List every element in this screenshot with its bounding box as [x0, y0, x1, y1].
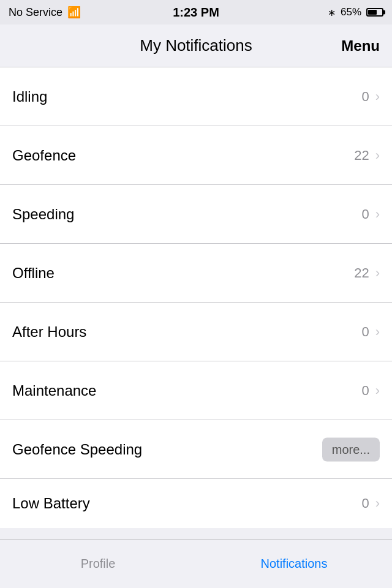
list-item[interactable]: After Hours 0 ›	[0, 303, 392, 361]
item-count: 22	[354, 265, 369, 281]
chevron-icon: ›	[375, 206, 380, 222]
item-label: Speeding	[12, 206, 74, 223]
item-count: 0	[361, 206, 369, 222]
tab-profile-label: Profile	[81, 557, 116, 571]
item-count: 0	[361, 89, 369, 105]
item-label: Maintenance	[12, 382, 96, 399]
tab-notifications[interactable]: Notifications	[196, 557, 392, 571]
item-count: 0	[361, 383, 369, 399]
menu-button[interactable]: Menu	[331, 37, 380, 55]
item-count: 0	[361, 496, 369, 511]
status-left: No Service 📶	[9, 6, 81, 19]
tab-profile[interactable]: Profile	[0, 557, 196, 571]
status-bar: No Service 📶 1:23 PM ∗ 65%	[0, 0, 392, 24]
item-label: Low Battery	[12, 495, 90, 512]
item-right: 0 ›	[361, 89, 380, 105]
item-label: Geofence	[12, 147, 76, 164]
list-item[interactable]: Geofence Speeding 0 › more...	[0, 420, 392, 479]
notifications-list: Idling 0 › Geofence 22 › Speeding 0 › Of…	[0, 67, 392, 528]
list-item[interactable]: Geofence 22 ›	[0, 126, 392, 185]
item-right: 0 ›	[361, 383, 380, 399]
item-right: 0 ›	[361, 324, 380, 340]
page-title: My Notifications	[61, 36, 331, 55]
item-right: 22 ›	[354, 148, 380, 164]
tab-notifications-label: Notifications	[261, 557, 328, 571]
chevron-icon: ›	[375, 148, 380, 164]
status-time: 1:23 PM	[173, 6, 219, 20]
list-item[interactable]: Maintenance 0 ›	[0, 361, 392, 420]
item-count: 0	[361, 324, 369, 340]
tab-bar: Profile Notifications	[0, 539, 392, 588]
chevron-icon: ›	[375, 383, 380, 399]
bluetooth-icon: ∗	[328, 7, 336, 18]
chevron-icon: ›	[375, 496, 380, 511]
carrier-label: No Service	[9, 6, 62, 19]
list-item[interactable]: Low Battery 0 ›	[0, 479, 392, 528]
chevron-icon: ›	[375, 265, 380, 281]
chevron-icon: ›	[375, 89, 380, 105]
list-item[interactable]: Offline 22 ›	[0, 244, 392, 303]
chevron-icon: ›	[375, 324, 380, 340]
list-item[interactable]: Idling 0 ›	[0, 67, 392, 126]
battery-icon	[366, 8, 383, 17]
list-item[interactable]: Speeding 0 ›	[0, 185, 392, 244]
item-label: Geofence Speeding	[12, 441, 142, 458]
battery-percent: 65%	[341, 6, 361, 18]
item-label: Idling	[12, 88, 47, 105]
status-right: ∗ 65%	[328, 6, 383, 18]
nav-bar: My Notifications Menu	[0, 24, 392, 67]
item-count: 22	[354, 148, 369, 164]
item-right: 0 ›	[361, 206, 380, 222]
item-right: 22 ›	[354, 265, 380, 281]
item-label: After Hours	[12, 323, 86, 341]
wifi-icon: 📶	[67, 6, 81, 19]
item-label: Offline	[12, 265, 55, 282]
item-right: 0 ›	[361, 496, 380, 511]
more-tooltip: more...	[322, 437, 380, 461]
